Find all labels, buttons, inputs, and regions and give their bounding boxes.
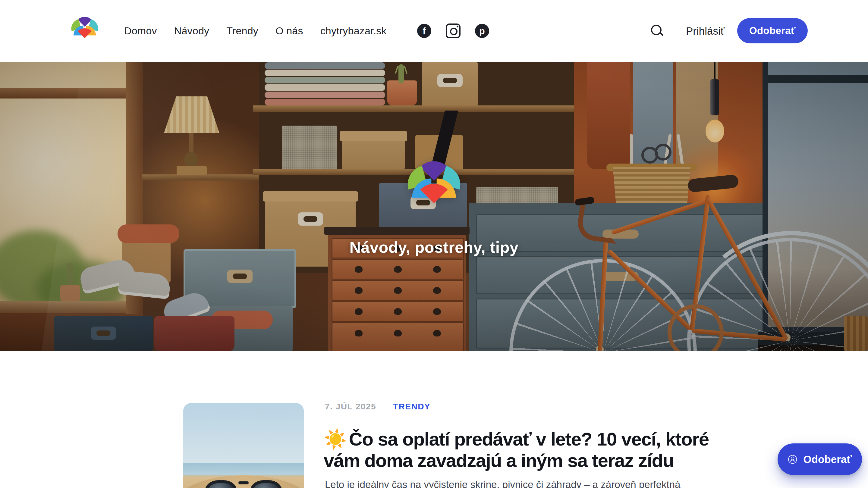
nav-item-trendy[interactable]: Trendy (226, 25, 258, 37)
nav-item-o-nas[interactable]: O nás (276, 25, 303, 37)
article-meta: 7. JÚL 2025 TRENDY (325, 402, 430, 412)
social-links: f p (417, 0, 489, 62)
logo-leaf-red (78, 28, 92, 38)
login-link[interactable]: Prihlásiť (686, 0, 724, 62)
logo-leaf-red (421, 184, 448, 203)
pinterest-icon[interactable]: p (475, 24, 489, 38)
hero-tagline: Návody, postrehy, tipy (0, 238, 868, 256)
article-excerpt: Leto je ideálny čas na vyčistenie skrine… (325, 477, 692, 488)
subscribe-button[interactable]: Odoberať (737, 18, 808, 43)
sunglasses-bridge (239, 481, 249, 484)
main-navigation: Domov Návody Trendy O nás chytrybazar.sk (124, 0, 387, 62)
sun-emoji-icon: ☀️ (324, 429, 347, 450)
latest-article-section: 7. JÚL 2025 TRENDY ☀️Čo sa oplatí predáv… (0, 351, 868, 488)
article-thumbnail[interactable] (183, 403, 304, 488)
facebook-icon[interactable]: f (417, 24, 431, 38)
hero-banner: Návody, postrehy, tipy (0, 62, 868, 351)
thumbnail-sea (183, 463, 304, 475)
search-icon[interactable] (650, 24, 664, 38)
top-navbar: Domov Návody Trendy O nás chytrybazar.sk… (0, 0, 868, 62)
nav-item-navody[interactable]: Návody (174, 25, 209, 37)
floating-subscribe-label: Odoberať (803, 453, 852, 465)
article-title[interactable]: ☀️Čo sa oplatí predávať v lete? 10 vecí,… (324, 428, 715, 472)
article-date: 7. JÚL 2025 (325, 402, 376, 412)
floating-subscribe-button[interactable]: Odoberať (778, 444, 862, 475)
nav-item-domov[interactable]: Domov (124, 25, 157, 37)
article-category-link[interactable]: TRENDY (393, 402, 430, 412)
instagram-icon[interactable] (446, 24, 461, 38)
hero-brand-logo-icon (404, 158, 464, 220)
avatar-icon (788, 451, 797, 467)
nav-item-chytrybazar[interactable]: chytrybazar.sk (320, 25, 387, 37)
brand-logo-icon[interactable] (69, 15, 100, 46)
article-title-text: Čo sa oplatí predávať v lete? 10 vecí, k… (324, 429, 709, 471)
